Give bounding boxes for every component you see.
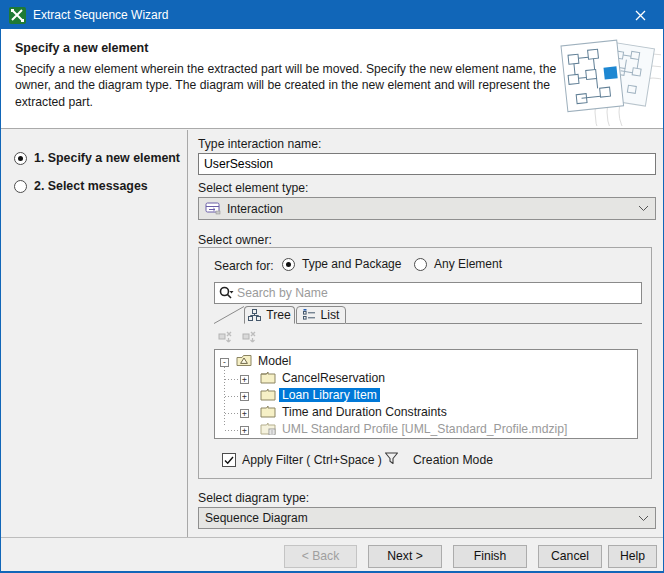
tree-row-loan-library-item[interactable]: + Loan Library Item [215, 386, 637, 403]
tree-row-model[interactable]: - Model [215, 352, 637, 369]
next-button[interactable]: Next > [368, 545, 442, 568]
collapse-selected-icon[interactable] [241, 329, 258, 345]
title-bar[interactable]: Extract Sequence Wizard [1, 1, 663, 29]
expand-expander[interactable]: + [240, 409, 249, 418]
tree-row-uml-standard-profile[interactable]: + UML Standard Profile [UML_Standard_Pro… [215, 420, 637, 437]
filter-funnel-icon[interactable] [384, 451, 399, 466]
tree-stub [225, 413, 239, 414]
expand-expander[interactable]: + [240, 426, 249, 435]
collapse-all-icon[interactable] [217, 329, 234, 345]
chevron-down-icon [638, 205, 649, 212]
type-and-package-radio[interactable] [282, 258, 295, 271]
tab-diagonal-line [214, 306, 245, 324]
search-for-label: Search for: [214, 259, 274, 273]
tab-list[interactable]: List [296, 306, 346, 324]
header-title: Specify a new element [15, 41, 148, 55]
wizard-steps-panel: 1. Specify a new element 2. Select messa… [1, 130, 188, 537]
chevron-down-icon [638, 515, 649, 522]
diagram-type-value: Sequence Diagram [205, 511, 308, 525]
package-icon [260, 388, 276, 401]
diagram-pages-illustration [553, 32, 661, 126]
collapse-expander[interactable]: - [220, 358, 229, 367]
interaction-name-input[interactable] [198, 153, 656, 175]
model-icon [236, 354, 252, 367]
button-bar-separator [1, 537, 663, 538]
tree-stub [225, 396, 239, 397]
tree-label[interactable]: UML Standard Profile [UML_Standard_Profi… [279, 422, 570, 436]
search-by-name-field[interactable] [214, 282, 642, 304]
radio-any-element[interactable]: Any Element [414, 257, 502, 271]
step2-radio[interactable] [14, 180, 27, 193]
tree-label[interactable]: CancelReservation [279, 371, 388, 385]
close-button[interactable] [618, 1, 663, 29]
expand-expander[interactable]: + [240, 392, 249, 401]
tree-stub [225, 430, 239, 431]
interaction-name-label: Type interaction name: [198, 137, 321, 151]
tree-label-selected[interactable]: Loan Library Item [279, 388, 380, 402]
close-icon [635, 10, 646, 21]
tree-stub [225, 379, 239, 380]
cancel-button[interactable]: Cancel [538, 545, 602, 568]
tree-row-time-duration[interactable]: + Time and Duration Constraints [215, 403, 637, 420]
tab-tree-label: Tree [266, 308, 291, 322]
extract-sequence-wizard-dialog: Extract Sequence Wizard Specify a new el… [0, 0, 664, 573]
step1-radio[interactable] [14, 152, 27, 165]
tab-baseline [346, 323, 642, 324]
element-type-combobox[interactable]: Interaction [198, 197, 656, 220]
diagram-type-label: Select diagram type: [198, 491, 309, 505]
apply-filter-label: Apply Filter ( Ctrl+Space ) [242, 453, 382, 467]
tab-list-label: List [321, 308, 340, 322]
element-type-label: Select element type: [198, 181, 308, 195]
help-button[interactable]: Help [608, 545, 657, 568]
interaction-icon [205, 202, 221, 215]
shared-package-icon [260, 422, 276, 435]
header-description: Specify a new element wherein the extrac… [15, 61, 561, 110]
creation-mode-label: Creation Mode [413, 453, 493, 467]
any-element-radio[interactable] [414, 258, 427, 271]
magicdraw-app-icon [9, 7, 26, 24]
step-specify-new-element[interactable]: 1. Specify a new element [14, 151, 180, 165]
diagram-type-combobox[interactable]: Sequence Diagram [198, 507, 656, 529]
type-and-package-label: Type and Package [302, 257, 401, 271]
finish-button[interactable]: Finish [453, 545, 527, 568]
select-owner-label: Select owner: [198, 233, 272, 247]
tree-row-cancelreservation[interactable]: + CancelReservation [215, 369, 637, 386]
step-select-messages[interactable]: 2. Select messages [14, 179, 148, 193]
wizard-header: Specify a new element Specify a new elem… [1, 29, 663, 129]
expand-expander[interactable]: + [240, 375, 249, 384]
back-button[interactable]: < Back [284, 545, 357, 568]
search-input[interactable] [237, 286, 637, 300]
tree-label[interactable]: Time and Duration Constraints [279, 405, 450, 419]
step2-label: 2. Select messages [34, 179, 148, 193]
package-icon [260, 371, 276, 384]
radio-type-and-package[interactable]: Type and Package [282, 257, 401, 271]
tree-tab-icon [248, 309, 261, 321]
check-icon [224, 456, 234, 465]
tab-tree[interactable]: Tree [244, 306, 295, 324]
step1-label: 1. Specify a new element [34, 151, 180, 165]
element-type-value: Interaction [227, 202, 283, 216]
owner-tree[interactable]: - Model + CancelReservation [214, 349, 638, 439]
tree-label[interactable]: Model [255, 354, 294, 368]
window-title: Extract Sequence Wizard [33, 8, 168, 22]
search-icon [219, 286, 235, 300]
any-element-label: Any Element [434, 257, 502, 271]
apply-filter-checkbox[interactable] [222, 453, 236, 467]
list-tab-icon [303, 309, 316, 321]
package-icon [260, 405, 276, 418]
